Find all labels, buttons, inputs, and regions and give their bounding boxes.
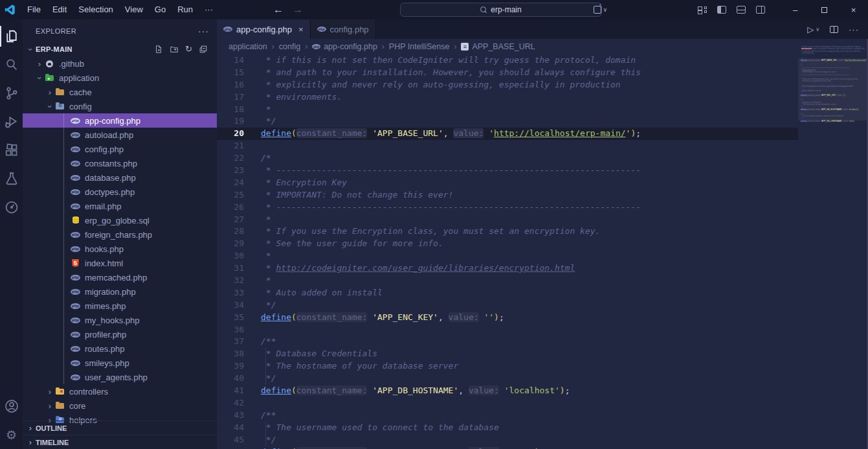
code-line-32[interactable]: 32 * — [217, 275, 868, 287]
activity-live-preview[interactable] — [0, 193, 23, 222]
tree-item-profiler-php[interactable]: profiler.php — [23, 327, 217, 341]
code-line-44[interactable]: 44 * The username used to connect to the… — [217, 422, 868, 434]
outline-section[interactable]: › OUTLINE — [23, 420, 217, 435]
accounts-button[interactable] — [0, 392, 23, 420]
breadcrumb-php-intellisense[interactable]: PHP IntelliSense — [389, 42, 450, 51]
code-line-43[interactable]: 43/** — [217, 409, 868, 422]
code-editor[interactable]: 14 * if this is not set then CodeIgniter… — [217, 54, 868, 449]
editor-more-actions[interactable]: ··· — [849, 25, 859, 34]
code-line-30[interactable]: 30 * — [217, 250, 868, 262]
tree-item-my-hooks-php[interactable]: my_hooks.php — [23, 313, 217, 327]
tree-item-email-php[interactable]: email.php — [23, 199, 217, 213]
tree-item-config[interactable]: ›config — [23, 99, 217, 113]
toggle-secondary-sidebar-icon[interactable] — [756, 6, 765, 14]
tree-item-migration-php[interactable]: migration.php — [23, 284, 217, 299]
menu-view[interactable]: View — [119, 0, 149, 19]
toggle-panel-icon[interactable] — [737, 6, 746, 14]
code-line-26[interactable]: 26 * -----------------------------------… — [217, 201, 868, 214]
tree-item-user-agents-php[interactable]: user_agents.php — [23, 370, 217, 384]
project-root-row[interactable]: › ERP-MAIN ↻ — [23, 42, 217, 56]
activity-testing[interactable] — [0, 165, 23, 193]
menu-selection[interactable]: Selection — [72, 0, 118, 19]
code-line-17[interactable]: 17 * environments. — [217, 91, 868, 104]
nav-forward-icon[interactable]: → — [293, 4, 303, 16]
tree-item-foreign-chars-php[interactable]: foreign_chars.php — [23, 227, 217, 242]
settings-button[interactable]: ⚙ — [0, 420, 23, 449]
close-icon[interactable]: × — [298, 25, 304, 34]
code-line-42[interactable]: 42 — [217, 397, 868, 409]
code-line-39[interactable]: 39 * The hostname of your database serve… — [217, 360, 868, 373]
code-line-34[interactable]: 34 */ — [217, 299, 868, 312]
activity-run-debug[interactable] — [0, 108, 23, 136]
code-line-27[interactable]: 27 * — [217, 214, 868, 226]
tree-item-hooks-php[interactable]: hooks.php — [23, 242, 217, 256]
code-line-37[interactable]: 37/** — [217, 336, 868, 348]
code-line-23[interactable]: 23 * -----------------------------------… — [217, 165, 868, 177]
code-line-29[interactable]: 29 * See the user guide for more info. — [217, 238, 868, 250]
timeline-section[interactable]: › TIMELINE — [23, 435, 217, 449]
breadcrumb-config[interactable]: config — [279, 42, 300, 51]
tree-item-database-php[interactable]: database.php — [23, 170, 217, 185]
minimap-slider[interactable] — [798, 58, 867, 121]
command-center-search[interactable]: erp-main — [400, 3, 602, 17]
tab-app-config-php[interactable]: app-config.php× — [217, 19, 311, 39]
breadcrumb-app-config-php[interactable]: app-config.php — [312, 42, 377, 51]
code-line-41[interactable]: 41define(constant_name: 'APP_DB_HOSTNAME… — [217, 385, 868, 397]
code-line-33[interactable]: 33 * Auto added on install — [217, 287, 868, 299]
tree-item-mimes-php[interactable]: mimes.php — [23, 299, 217, 313]
collapse-all-icon[interactable] — [199, 45, 208, 54]
code-line-14[interactable]: 14 * if this is not set then CodeIgniter… — [217, 54, 868, 67]
code-line-22[interactable]: 22/* — [217, 152, 868, 165]
new-folder-icon[interactable] — [170, 45, 179, 54]
code-line-40[interactable]: 40 */ — [217, 373, 868, 385]
tree-item-constants-php[interactable]: constants.php — [23, 156, 217, 170]
code-line-15[interactable]: 15 * and path to your installation. Howe… — [217, 67, 868, 79]
code-line-25[interactable]: 25 * IMPORTANT: Do not change this ever! — [217, 189, 868, 201]
code-line-16[interactable]: 16 * explicitly and never rely on auto-g… — [217, 79, 868, 91]
code-line-38[interactable]: 38 * Database Credentials — [217, 348, 868, 360]
tree-item-core[interactable]: ›core — [23, 398, 217, 413]
code-line-31[interactable]: 31 * http://codeigniter.com/user_guide/l… — [217, 262, 868, 275]
tree-item-memcached-php[interactable]: memcached.php — [23, 270, 217, 284]
code-line-45[interactable]: 45 */ — [217, 434, 868, 446]
toggle-sidebar-icon[interactable] — [717, 6, 726, 14]
tree-item-cache[interactable]: ›cache — [23, 85, 217, 99]
code-line-19[interactable]: 19 */ — [217, 115, 868, 128]
code-line-28[interactable]: 28 * If you use the Encryption class, yo… — [217, 225, 868, 238]
split-editor-icon[interactable] — [830, 26, 838, 33]
tree-item-app-config-php[interactable]: app-config.php — [23, 113, 217, 128]
minimap[interactable]: 14 * if this is not set then CodeIgniter… — [798, 43, 867, 449]
activity-explorer[interactable] — [0, 22, 23, 51]
activity-search[interactable] — [0, 51, 23, 79]
menu-overflow[interactable]: ··· — [199, 0, 219, 19]
close-button[interactable]: × — [839, 0, 868, 19]
nav-back-icon[interactable]: ← — [273, 4, 284, 16]
minimize-button[interactable]: – — [781, 0, 810, 19]
code-line-21[interactable]: 21 — [217, 140, 868, 152]
code-line-35[interactable]: 35define(constant_name: 'APP_ENC_KEY', v… — [217, 312, 868, 324]
code-line-36[interactable]: 36 — [217, 324, 868, 336]
tree-item-autoload-php[interactable]: autoload.php — [23, 128, 217, 142]
code-line-18[interactable]: 18 * — [217, 104, 868, 116]
menu-edit[interactable]: Edit — [47, 0, 72, 19]
activity-extensions[interactable] — [0, 136, 23, 165]
tree-item-erp-go-globe-sql[interactable]: erp_go_globe.sql — [23, 213, 217, 227]
code-line-20[interactable]: 20define(constant_name: 'APP_BASE_URL', … — [217, 128, 868, 140]
tree-item-doctypes-php[interactable]: doctypes.php — [23, 185, 217, 199]
breadcrumb-application[interactable]: application — [228, 42, 267, 51]
run-code-button[interactable]: ▷ ∨ — [807, 25, 819, 34]
tab-config-php[interactable]: config.php — [311, 19, 376, 39]
tree-item-smileys-php[interactable]: smileys.php — [23, 356, 217, 370]
restore-button[interactable] — [810, 0, 839, 19]
tree-item-index-html[interactable]: index.html — [23, 256, 217, 270]
menu-go[interactable]: Go — [149, 0, 172, 19]
breadcrumb-app-base-url[interactable]: ≡APP_BASE_URL — [461, 42, 535, 51]
new-file-icon[interactable] — [154, 45, 163, 54]
code-line-46[interactable]: 46define(constant_name: 'APP_DB_USERNAME… — [217, 446, 868, 449]
customize-layout-icon[interactable] — [698, 6, 707, 14]
tree-item--github[interactable]: ›.github — [23, 56, 217, 71]
tree-item-controllers[interactable]: ›controllers — [23, 384, 217, 398]
activity-source-control[interactable] — [0, 79, 23, 108]
menu-run[interactable]: Run — [172, 0, 199, 19]
menu-file[interactable]: File — [21, 0, 47, 19]
